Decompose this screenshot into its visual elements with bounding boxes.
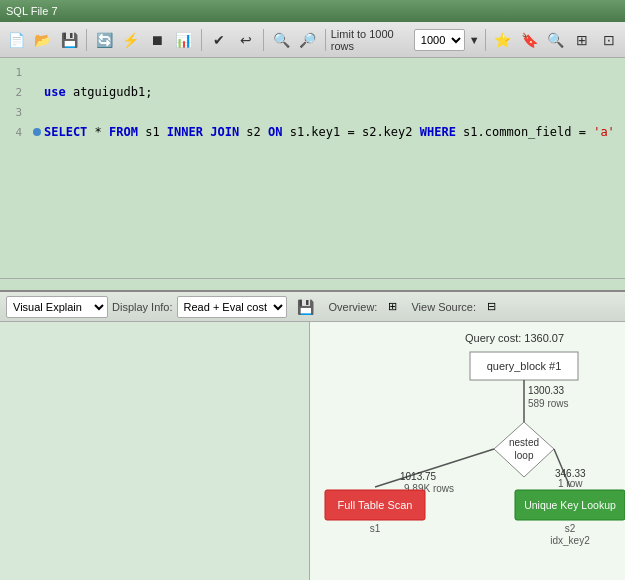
explain-svg: Query cost: 1360.07 query_block #1 1300.… bbox=[310, 322, 625, 580]
save-button[interactable]: 💾 bbox=[57, 27, 81, 53]
line-number-1: 1 bbox=[0, 66, 30, 79]
titlebar: SQL File 7 bbox=[0, 0, 625, 22]
separator-3 bbox=[263, 29, 264, 51]
query-cost-text: Query cost: 1360.07 bbox=[465, 332, 564, 344]
full-table-scan-label: Full Table Scan bbox=[337, 499, 412, 511]
bottom-panel: Visual Explain Tabular Explain Display I… bbox=[0, 290, 625, 580]
new-file-button[interactable]: 📄 bbox=[4, 27, 28, 53]
format-button[interactable]: ⊞ bbox=[570, 27, 594, 53]
s1-label: s1 bbox=[370, 523, 381, 534]
s2-label: s2 bbox=[565, 523, 576, 534]
line-1: 1 bbox=[0, 62, 625, 82]
line-number-4: 4 bbox=[0, 126, 30, 139]
line-content-4: SELECT * FROM s1 INNER JOIN s2 ON s1.key… bbox=[44, 125, 625, 139]
explain-content: Query cost: 1360.07 query_block #1 1300.… bbox=[0, 322, 625, 580]
explain-left-panel bbox=[0, 322, 310, 580]
line-number-3: 3 bbox=[0, 106, 30, 119]
rollback-button[interactable]: ↩ bbox=[234, 27, 258, 53]
explain-diagram: Query cost: 1360.07 query_block #1 1300.… bbox=[310, 322, 625, 580]
query-block-label: query_block #1 bbox=[487, 360, 562, 372]
schema-button[interactable]: ⊡ bbox=[596, 27, 620, 53]
unique-key-lookup-label: Unique Key Lookup bbox=[524, 499, 616, 511]
overview-button[interactable]: ⊞ bbox=[381, 296, 403, 318]
limit-container: Limit to 1000 rows 1000 500 200 ▼ bbox=[331, 28, 480, 52]
display-info-select[interactable]: Read + Eval cost Read cost only bbox=[177, 296, 287, 318]
panel-toolbar: Visual Explain Tabular Explain Display I… bbox=[0, 292, 625, 322]
execute-button[interactable]: ⚡ bbox=[119, 27, 143, 53]
refresh-button[interactable]: 🔄 bbox=[92, 27, 116, 53]
explain-button[interactable]: 📊 bbox=[172, 27, 196, 53]
idx-key2-label: idx_key2 bbox=[550, 535, 590, 546]
separator-5 bbox=[485, 29, 486, 51]
cost-label-1: 1300.33 bbox=[528, 385, 565, 396]
overview-label: Overview: bbox=[329, 301, 378, 313]
separator-4 bbox=[325, 29, 326, 51]
separator-1 bbox=[86, 29, 87, 51]
display-info-label: Display Info: bbox=[112, 301, 173, 313]
separator-2 bbox=[201, 29, 202, 51]
view-source-label: View Source: bbox=[411, 301, 476, 313]
line-2: 2 use atguigudb1; bbox=[0, 82, 625, 102]
commit-button[interactable]: ✔ bbox=[207, 27, 231, 53]
line-number-2: 2 bbox=[0, 86, 30, 99]
sql-editor[interactable]: 1 2 use atguigudb1; 3 4 SELECT * FROM s1… bbox=[0, 58, 625, 278]
line-dot-4 bbox=[30, 128, 44, 136]
zoom-button[interactable]: 🔍 bbox=[544, 27, 568, 53]
main-toolbar: 📄 📂 💾 🔄 ⚡ ⏹ 📊 ✔ ↩ 🔍 🔎 Limit to 1000 rows… bbox=[0, 22, 625, 58]
limit-label: Limit to 1000 rows bbox=[331, 28, 410, 52]
title-text: SQL File 7 bbox=[6, 5, 58, 17]
star-button[interactable]: ⭐ bbox=[491, 27, 515, 53]
stop-button[interactable]: ⏹ bbox=[145, 27, 169, 53]
line-4: 4 SELECT * FROM s1 INNER JOIN s2 ON s1.k… bbox=[0, 122, 625, 142]
nested-loop-label-2: loop bbox=[515, 450, 534, 461]
panel-save-button[interactable]: 💾 bbox=[295, 296, 317, 318]
dropdown-icon: ▼ bbox=[469, 34, 480, 46]
line-3: 3 bbox=[0, 102, 625, 122]
cost-label-2: 1013.75 bbox=[400, 471, 437, 482]
bookmark-button[interactable]: 🔖 bbox=[517, 27, 541, 53]
view-source-button[interactable]: ⊟ bbox=[480, 296, 502, 318]
nested-loop-label-1: nested bbox=[509, 437, 539, 448]
horizontal-scrollbar[interactable] bbox=[0, 278, 625, 290]
rows-label-3: 1 row bbox=[558, 478, 583, 489]
search-button[interactable]: 🔍 bbox=[269, 27, 293, 53]
view-mode-select[interactable]: Visual Explain Tabular Explain bbox=[6, 296, 108, 318]
line-content-2: use atguigudb1; bbox=[44, 85, 625, 99]
open-button[interactable]: 📂 bbox=[30, 27, 54, 53]
rows-label-1: 589 rows bbox=[528, 398, 569, 409]
find-button[interactable]: 🔎 bbox=[295, 27, 319, 53]
limit-select[interactable]: 1000 500 200 bbox=[414, 29, 465, 51]
